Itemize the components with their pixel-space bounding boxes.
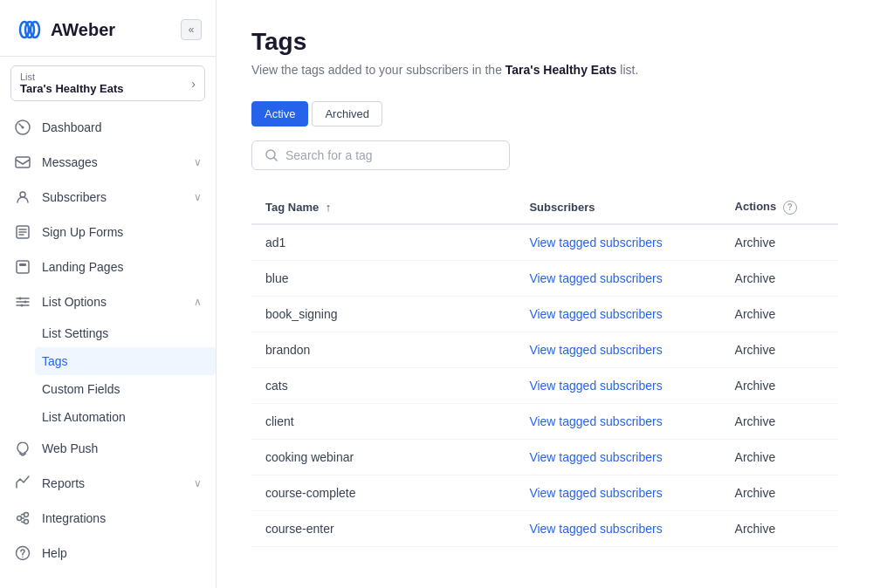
- tab-archived[interactable]: Archived: [312, 101, 382, 126]
- sub-nav-list-automation[interactable]: List Automation: [42, 403, 216, 431]
- table-row: brandon View tagged subscribers Archive: [251, 332, 838, 367]
- tag-name-cell: cats: [251, 367, 515, 403]
- view-tagged-subscribers-link[interactable]: View tagged subscribers: [529, 307, 662, 321]
- archive-button[interactable]: Archive: [735, 450, 776, 464]
- archive-button[interactable]: Archive: [735, 379, 776, 393]
- help-icon: [14, 544, 31, 562]
- archive-button[interactable]: Archive: [735, 307, 776, 321]
- sidebar-item-web-push[interactable]: Web Push: [0, 431, 216, 466]
- search-bar: [251, 140, 510, 170]
- archive-button[interactable]: Archive: [735, 271, 776, 285]
- sidebar-item-reports[interactable]: Reports ∨: [0, 466, 216, 501]
- list-options-icon: [14, 293, 31, 311]
- search-input[interactable]: [285, 148, 497, 162]
- subscribers-label: Subscribers: [42, 190, 183, 204]
- svg-rect-10: [19, 263, 26, 266]
- sidebar-item-list-options[interactable]: List Options ∧: [0, 284, 216, 319]
- table-row: ad1 View tagged subscribers Archive: [251, 224, 838, 261]
- page-content: Tags View the tags added to your subscri…: [217, 0, 873, 575]
- actions-cell: Archive: [721, 260, 838, 296]
- sidebar-item-subscribers[interactable]: Subscribers ∨: [0, 180, 216, 215]
- subscribers-cell: View tagged subscribers: [515, 439, 720, 475]
- tag-name-cell: book_signing: [251, 296, 515, 332]
- list-selector[interactable]: List Tara's Healthy Eats ›: [10, 65, 205, 101]
- view-tagged-subscribers-link[interactable]: View tagged subscribers: [529, 236, 662, 250]
- tab-group: Active Archived: [251, 101, 838, 126]
- subtitle-prefix: View the tags added to your subscribers …: [251, 63, 502, 77]
- sub-nav-list-settings[interactable]: List Settings: [42, 319, 216, 347]
- sidebar-collapse-button[interactable]: «: [181, 19, 202, 40]
- view-tagged-subscribers-link[interactable]: View tagged subscribers: [529, 522, 662, 536]
- logo-text: AWeber: [51, 20, 115, 40]
- page-subtitle: View the tags added to your subscribers …: [251, 63, 838, 77]
- actions-cell: Archive: [721, 510, 838, 546]
- nav-menu: Dashboard Messages ∨ Subscribers ∨ Sign …: [0, 110, 216, 571]
- actions-cell: Archive: [721, 332, 838, 367]
- sidebar-item-signup-forms[interactable]: Sign Up Forms: [0, 215, 216, 250]
- sort-asc-icon: ↑: [326, 201, 332, 214]
- sub-nav-tags[interactable]: Tags: [35, 347, 216, 375]
- col-header-actions: Actions ?: [721, 191, 838, 224]
- main-content-area: Tags View the tags added to your subscri…: [217, 0, 873, 588]
- list-options-label: List Options: [42, 295, 183, 309]
- sidebar-item-help[interactable]: Help: [0, 536, 216, 571]
- view-tagged-subscribers-link[interactable]: View tagged subscribers: [529, 271, 662, 285]
- view-tagged-subscribers-link[interactable]: View tagged subscribers: [529, 343, 662, 357]
- help-label: Help: [42, 546, 202, 560]
- signup-forms-label: Sign Up Forms: [42, 225, 202, 239]
- subscribers-cell: View tagged subscribers: [515, 260, 720, 296]
- subscribers-cell: View tagged subscribers: [515, 403, 720, 439]
- sidebar-header: AWeber «: [0, 0, 216, 57]
- actions-cell: Archive: [721, 475, 838, 510]
- archive-button[interactable]: Archive: [735, 522, 776, 536]
- actions-cell: Archive: [721, 403, 838, 439]
- view-tagged-subscribers-link[interactable]: View tagged subscribers: [529, 379, 662, 393]
- list-options-submenu: List Settings Tags Custom Fields List Au…: [0, 319, 216, 431]
- reports-label: Reports: [42, 476, 183, 490]
- subscribers-cell: View tagged subscribers: [515, 296, 720, 332]
- page-title: Tags: [251, 28, 838, 56]
- table-row: blue View tagged subscribers Archive: [251, 260, 838, 296]
- svg-point-15: [24, 513, 29, 517]
- forms-icon: [14, 223, 31, 241]
- archive-button[interactable]: Archive: [735, 414, 776, 428]
- view-tagged-subscribers-link[interactable]: View tagged subscribers: [529, 486, 662, 500]
- actions-help-icon[interactable]: ?: [783, 201, 797, 215]
- subtitle-suffix: list.: [620, 63, 638, 77]
- subscribers-chevron-icon: ∨: [194, 191, 202, 203]
- sidebar-item-landing-pages[interactable]: Landing Pages: [0, 250, 216, 284]
- search-icon: [265, 148, 278, 162]
- svg-point-16: [24, 520, 29, 524]
- dashboard-icon: [14, 119, 31, 136]
- archive-button[interactable]: Archive: [735, 236, 776, 250]
- archive-button[interactable]: Archive: [735, 343, 776, 357]
- tags-table: Tag Name ↑ Subscribers Actions ? ad1 Vie…: [251, 191, 838, 547]
- aweber-logo-icon: [14, 14, 45, 45]
- tag-name-cell: ad1: [251, 224, 515, 261]
- view-tagged-subscribers-link[interactable]: View tagged subscribers: [529, 414, 662, 428]
- actions-cell: Archive: [721, 224, 838, 261]
- sidebar-item-messages[interactable]: Messages ∨: [0, 145, 216, 180]
- subscribers-cell: View tagged subscribers: [515, 367, 720, 403]
- actions-cell: Archive: [721, 296, 838, 332]
- table-row: client View tagged subscribers Archive: [251, 403, 838, 439]
- table-row: course-enter View tagged subscribers Arc…: [251, 510, 838, 546]
- view-tagged-subscribers-link[interactable]: View tagged subscribers: [529, 450, 662, 464]
- table-row: cooking webinar View tagged subscribers …: [251, 439, 838, 475]
- sub-nav-custom-fields[interactable]: Custom Fields: [42, 375, 216, 403]
- messages-chevron-icon: ∨: [194, 156, 202, 168]
- col-header-tag-name: Tag Name ↑: [251, 191, 515, 224]
- subscribers-cell: View tagged subscribers: [515, 224, 720, 261]
- table-body: ad1 View tagged subscribers Archive blue…: [251, 224, 838, 547]
- archive-button[interactable]: Archive: [735, 486, 776, 500]
- sidebar-item-integrations[interactable]: Integrations: [0, 501, 216, 536]
- svg-point-12: [24, 301, 27, 304]
- logo-area: AWeber: [14, 14, 115, 45]
- messages-label: Messages: [42, 155, 183, 169]
- tab-active[interactable]: Active: [251, 101, 308, 126]
- table-row: course-complete View tagged subscribers …: [251, 475, 838, 510]
- tag-name-cell: cooking webinar: [251, 439, 515, 475]
- landing-pages-label: Landing Pages: [42, 260, 202, 274]
- svg-point-11: [19, 297, 22, 300]
- sidebar-item-dashboard[interactable]: Dashboard: [0, 110, 216, 145]
